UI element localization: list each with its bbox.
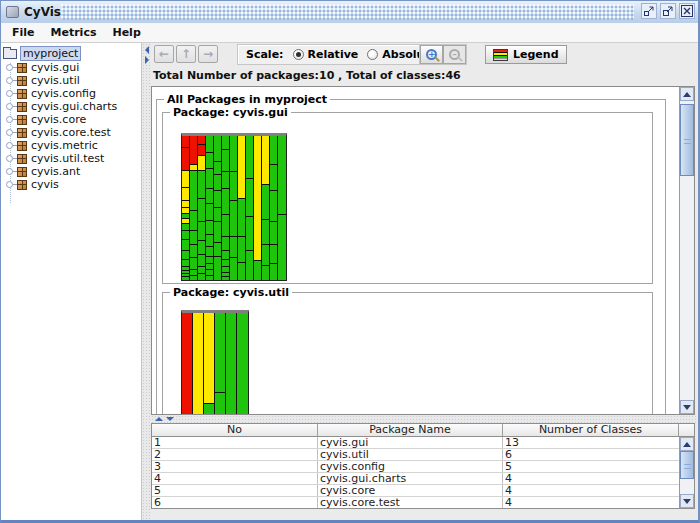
legend-button-label: Legend [513,48,559,61]
radio-relative[interactable]: Relative [293,48,359,61]
menu-help[interactable]: Help [104,24,148,41]
class-column[interactable] [214,136,222,280]
tree-expand-handle-icon[interactable] [6,77,13,84]
class-column[interactable] [246,136,254,280]
class-column[interactable] [182,313,193,415]
tree-item-cyvis-ant[interactable]: cyvis.ant [1,165,141,178]
class-column[interactable] [193,313,204,415]
method-segment [182,240,189,252]
tree-expand-handle-icon[interactable] [6,90,13,97]
method-segment [230,201,237,237]
column-header-number-of-classes[interactable]: Number of Classes [503,424,679,436]
viewport-scrollbar[interactable] [679,87,694,414]
tree-item-cyvis-gui[interactable]: cyvis.gui [1,61,141,74]
tree-item-cyvis-util[interactable]: cyvis.util [1,74,141,87]
method-segment [214,208,221,222]
tree-item-myproject[interactable]: myproject [3,45,141,61]
tree-expand-handle-icon[interactable] [6,181,13,188]
package-icon [17,141,27,151]
radio-relative-dot[interactable] [293,49,304,60]
method-segment [206,247,213,257]
class-column[interactable] [278,136,286,280]
scroll-up-button[interactable] [680,87,694,101]
method-segment [262,136,269,185]
tree-expand-handle-icon[interactable] [6,103,13,110]
method-segment [270,245,277,264]
tree-item-cyvis-config[interactable]: cyvis.config [1,87,141,100]
menu-metrics[interactable]: Metrics [43,24,105,41]
table-row[interactable]: 1cyvis.gui13 [152,437,679,449]
radio-absolute-dot[interactable] [367,49,378,60]
class-column[interactable] [198,136,206,280]
class-column[interactable] [182,136,190,280]
close-button[interactable] [679,3,695,19]
table-row[interactable]: 4cyvis.gui.charts4 [152,473,679,485]
method-segment [182,231,189,240]
column-header-package-name[interactable]: Package Name [318,424,503,436]
table-scroll-down-button[interactable] [680,494,694,508]
class-column[interactable] [270,136,278,280]
class-column[interactable] [215,313,226,415]
class-column[interactable] [190,136,198,280]
method-segment [238,237,245,263]
package-icon [17,102,27,112]
visualization-viewport: All Packages in myproject Package: cyvis… [151,86,695,415]
tree-item-cyvis[interactable]: cyvis [1,178,141,191]
title-bar[interactable]: CyVis [1,1,698,23]
collapse-left-icon[interactable] [145,46,149,54]
table-row[interactable]: 5cyvis.core4 [152,485,679,497]
class-column[interactable] [230,136,238,280]
class-column[interactable] [204,313,215,415]
method-segment [222,260,229,267]
menu-file[interactable]: File [4,24,43,41]
tree-item-cyvis-gui-charts[interactable]: cyvis.gui.charts [1,100,141,113]
collapse-down-icon[interactable] [166,417,174,421]
table-scrollbar[interactable] [679,437,694,508]
table-scrollbar-thumb[interactable] [680,451,694,479]
class-column[interactable] [238,136,246,280]
class-column[interactable] [237,313,248,415]
tree-item-cyvis-util-test[interactable]: cyvis.util.test [1,152,141,165]
method-segment [214,243,221,257]
legend-button[interactable]: Legend [485,45,567,64]
horizontal-split-divider[interactable] [151,415,698,423]
tree-expand-handle-icon[interactable] [6,64,13,71]
method-segment [222,215,229,237]
tree-item-cyvis-metric[interactable]: cyvis.metric [1,139,141,152]
maximize-button[interactable] [660,3,676,19]
class-column[interactable] [222,136,230,280]
back-arrow-icon: ← [159,48,169,60]
tree-expand-handle-icon[interactable] [6,155,13,162]
scroll-down-button[interactable] [680,400,694,414]
tree-expand-handle-icon[interactable] [6,129,13,136]
tree-expand-handle-icon[interactable] [6,116,13,123]
method-segment [190,245,197,258]
method-segment [182,201,189,208]
scrollbar-thumb[interactable] [680,104,694,176]
tree-expand-handle-icon[interactable] [6,142,13,149]
method-segment [278,215,286,280]
collapse-right-icon[interactable] [145,56,149,64]
column-header-no[interactable]: No [152,424,318,436]
method-segment [254,136,261,261]
tree-expand-handle-icon[interactable] [6,168,13,175]
table-row[interactable]: 6cyvis.core.test4 [152,497,679,509]
table-cell: 5 [152,485,318,496]
tree-item-cyvis-core-test[interactable]: cyvis.core.test [1,126,141,139]
zoom-in-button[interactable]: + [420,45,443,64]
table-row[interactable]: 3cyvis.config5 [152,461,679,473]
legend-icon [493,49,508,61]
class-column[interactable] [226,313,237,415]
method-segment [246,179,253,216]
table-row[interactable]: 2cyvis.util6 [152,449,679,461]
minimize-button[interactable] [641,3,657,19]
class-column[interactable] [262,136,270,280]
table-cell: cyvis.core.test [318,497,503,508]
class-column[interactable] [206,136,214,280]
tree-item-cyvis-core[interactable]: cyvis.core [1,113,141,126]
collapse-up-icon[interactable] [155,417,163,421]
table-scroll-up-button[interactable] [680,437,694,451]
class-column[interactable] [254,136,262,280]
vertical-split-divider[interactable] [142,43,151,520]
method-segment [206,257,213,264]
